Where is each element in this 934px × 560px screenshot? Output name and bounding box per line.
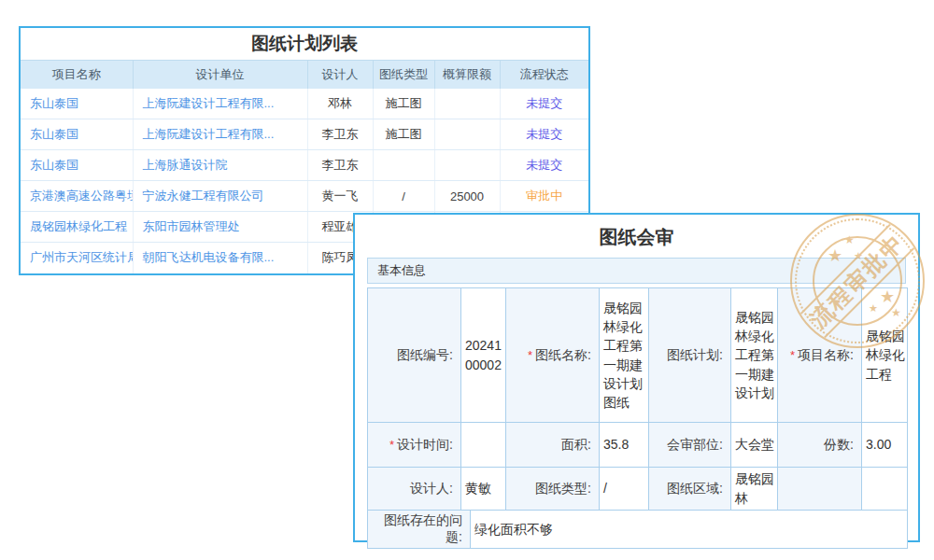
budget-cell <box>434 89 500 119</box>
drawing-no-value: 2024100002 <box>461 288 506 423</box>
unit-link[interactable]: 宁波永健工程有限公司 <box>133 181 307 212</box>
col-header-status: 流程状态 <box>500 61 588 89</box>
project-link[interactable]: 晟铭园林绿化工程 <box>21 212 133 243</box>
status-badge: 未提交 <box>500 89 588 119</box>
design-time-label: *设计时间: <box>368 423 461 468</box>
plan-list-title: 图纸计划列表 <box>21 28 588 60</box>
designer-cell: 李卫东 <box>307 119 373 150</box>
unit-link[interactable]: 上海脉通设计院 <box>133 150 307 181</box>
budget-cell <box>434 150 500 181</box>
drawing-no-label: 图纸编号: <box>368 288 461 423</box>
review-problems-table: 图纸存在的问题: 绿化面积不够 <box>367 510 908 549</box>
project-link[interactable]: 广州市天河区统计局... <box>21 243 133 273</box>
status-badge: 未提交 <box>500 150 588 181</box>
drawing-review-panel: 图纸会审 基本信息 图纸编号: 2024100002 *图纸名称: 晟铭园林绿化… <box>353 213 920 542</box>
drawing-type-label: 图纸类型: <box>506 468 600 511</box>
type-cell <box>373 150 434 181</box>
empty-label-cell <box>778 468 862 511</box>
col-header-budget: 概算限额 <box>434 61 500 89</box>
copies-value: 3.00 <box>862 423 908 468</box>
col-header-type: 图纸类型 <box>373 61 434 89</box>
designer-cell: 黄一飞 <box>307 181 373 212</box>
review-form-table: 图纸编号: 2024100002 *图纸名称: 晟铭园林绿化工程第一期建设计划图… <box>367 287 908 511</box>
table-row: 东山泰国 上海阮建设计工程有限... 李卫东 施工图 未提交 <box>21 119 588 150</box>
drawing-problems-value: 绿化面积不够 <box>471 511 908 549</box>
area-label: 面积: <box>506 423 600 468</box>
empty-value-cell <box>862 468 908 511</box>
required-asterisk: * <box>790 348 795 362</box>
review-title: 图纸会审 <box>355 215 918 258</box>
project-name-value: 晟铭园林绿化工程 <box>862 288 908 423</box>
drawing-plan-label: 图纸计划: <box>649 288 731 423</box>
project-name-label: *项目名称: <box>778 288 862 423</box>
required-asterisk: * <box>528 348 532 362</box>
col-header-unit: 设计单位 <box>133 61 307 89</box>
designer-label: 设计人: <box>368 468 461 511</box>
drawing-plan-value: 晟铭园林绿化工程第一期建设计划 <box>731 288 778 423</box>
type-cell: 施工图 <box>373 119 434 150</box>
drawing-name-value: 晟铭园林绿化工程第一期建设计划图纸 <box>600 288 649 423</box>
table-row: 东山泰国 上海阮建设计工程有限... 邓林 施工图 未提交 <box>21 89 588 119</box>
col-header-project: 项目名称 <box>21 61 133 89</box>
drawing-problems-label: 图纸存在的问题: <box>368 511 471 549</box>
project-link[interactable]: 东山泰国 <box>21 89 133 119</box>
project-link[interactable]: 京港澳高速公路粤境... <box>21 181 133 212</box>
basic-info-section-header: 基本信息 <box>367 258 906 284</box>
area-value: 35.8 <box>600 423 649 468</box>
copies-label: 份数: <box>778 423 862 468</box>
drawing-name-label: *图纸名称: <box>506 288 600 423</box>
status-badge: 未提交 <box>500 119 588 150</box>
review-location-value: 大会堂 <box>731 423 778 468</box>
table-row: 京港澳高速公路粤境... 宁波永健工程有限公司 黄一飞 / 25000 审批中 <box>21 181 588 212</box>
designer-cell: 邓林 <box>307 89 373 119</box>
designer-cell: 李卫东 <box>307 150 373 181</box>
unit-link[interactable]: 朝阳飞达机电设备有限... <box>133 243 307 273</box>
type-cell: / <box>373 181 434 212</box>
status-badge: 审批中 <box>500 181 588 212</box>
designer-value: 黄敏 <box>461 468 506 511</box>
budget-cell <box>434 119 500 150</box>
unit-link[interactable]: 上海阮建设计工程有限... <box>133 89 307 119</box>
plan-table-header-row: 项目名称 设计单位 设计人 图纸类型 概算限额 流程状态 <box>21 61 588 89</box>
drawing-region-label: 图纸区域: <box>649 468 731 511</box>
type-cell: 施工图 <box>373 89 434 119</box>
design-time-value <box>461 423 506 468</box>
table-row: 东山泰国 上海脉通设计院 李卫东 未提交 <box>21 150 588 181</box>
unit-link[interactable]: 上海阮建设计工程有限... <box>133 119 307 150</box>
project-link[interactable]: 东山泰国 <box>21 150 133 181</box>
budget-cell: 25000 <box>434 181 500 212</box>
project-link[interactable]: 东山泰国 <box>21 119 133 150</box>
required-asterisk: * <box>389 438 394 452</box>
drawing-type-value: / <box>600 468 649 511</box>
drawing-region-value: 晟铭园林 <box>731 468 778 511</box>
review-location-label: 会审部位: <box>649 423 731 468</box>
col-header-designer: 设计人 <box>307 61 373 89</box>
unit-link[interactable]: 东阳市园林管理处 <box>133 212 307 243</box>
